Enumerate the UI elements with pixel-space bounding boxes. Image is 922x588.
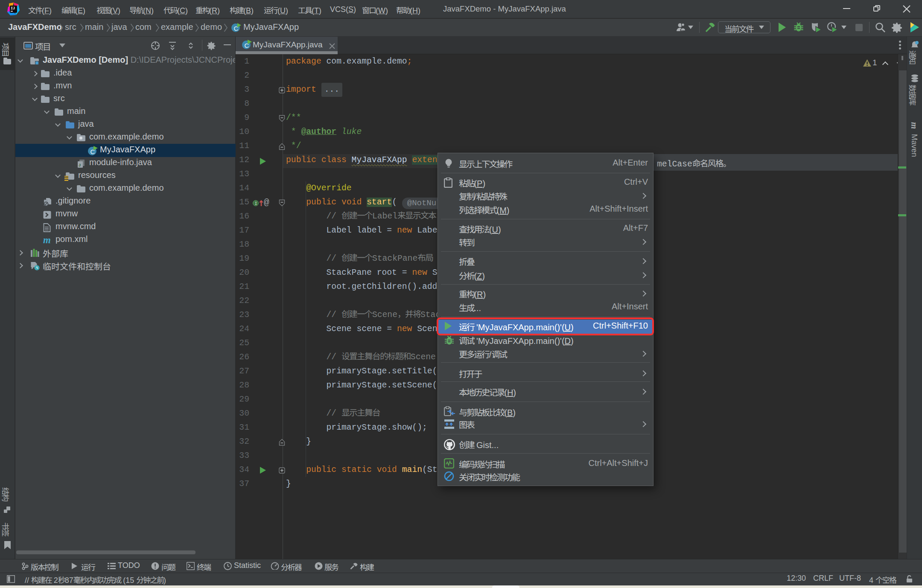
svg-text:I: I	[255, 201, 257, 206]
svg-text:J: J	[79, 163, 81, 167]
svg-text:IJ: IJ	[11, 6, 15, 11]
